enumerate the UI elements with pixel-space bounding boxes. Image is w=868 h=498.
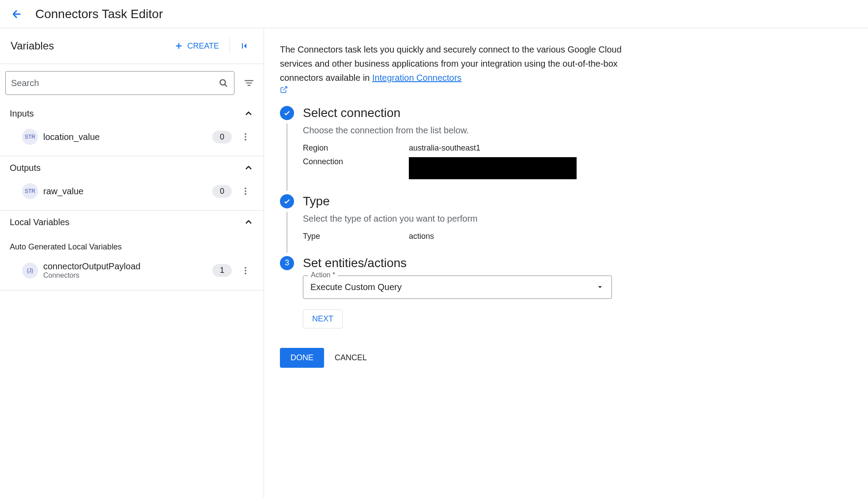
main-content: The Connectors task lets you quickly and… — [264, 28, 868, 498]
done-button[interactable]: DONE — [280, 348, 324, 368]
step-complete-icon — [280, 194, 294, 208]
step-complete-icon — [280, 106, 294, 120]
collapse-left-icon — [239, 41, 249, 51]
create-variable-button[interactable]: CREATE — [169, 38, 224, 54]
variable-more-button[interactable] — [237, 128, 254, 145]
connection-value-redacted — [409, 157, 577, 179]
step-connector-line — [287, 212, 287, 253]
divider — [230, 38, 230, 54]
step-indicator — [280, 106, 294, 191]
variable-item[interactable]: {J} connectorOutputPayload Connectors 1 — [0, 258, 264, 283]
step-title: Select connection — [303, 106, 850, 120]
plus-icon — [174, 41, 184, 51]
variable-item[interactable]: STR raw_value 0 — [0, 179, 264, 203]
region-row: Region australia-southeast1 — [303, 143, 850, 153]
type-label: Type — [303, 232, 409, 241]
variable-name: location_value — [43, 132, 207, 142]
type-value: actions — [409, 232, 434, 241]
filter-list-icon — [243, 77, 255, 89]
svg-point-1 — [245, 133, 246, 135]
check-icon — [283, 197, 291, 205]
svg-point-0 — [220, 80, 226, 85]
local-title: Local Variables — [10, 217, 69, 227]
more-vert-icon — [241, 266, 250, 275]
step-set-entities: 3 Set entities/actions Action * Execute … — [280, 256, 850, 336]
inputs-title: Inputs — [10, 109, 34, 119]
local-section-header[interactable]: Local Variables — [0, 211, 264, 234]
step-description: Select the type of action you want to pe… — [303, 214, 850, 224]
inputs-section: Inputs STR location_value 0 — [0, 102, 264, 156]
variable-subtitle: Connectors — [43, 272, 207, 279]
svg-point-7 — [245, 267, 246, 268]
variable-more-button[interactable] — [237, 262, 254, 279]
outputs-section: Outputs STR raw_value 0 — [0, 156, 264, 211]
region-label: Region — [303, 143, 409, 153]
step-connector-line — [287, 124, 287, 191]
type-badge-str: STR — [22, 129, 38, 145]
variables-header: Variables CREATE — [0, 28, 264, 64]
region-value: australia-southeast1 — [409, 143, 480, 153]
page-title: Connectors Task Editor — [35, 7, 163, 21]
variable-name: raw_value — [43, 186, 207, 196]
cancel-button[interactable]: CANCEL — [335, 353, 367, 362]
top-header: Connectors Task Editor — [0, 0, 868, 28]
step-type: Type Select the type of action you want … — [280, 194, 850, 253]
chevron-up-icon — [243, 217, 254, 227]
dropdown-arrow-icon — [596, 283, 604, 291]
more-vert-icon — [241, 186, 250, 196]
more-vert-icon — [241, 132, 250, 142]
svg-point-2 — [245, 136, 246, 138]
search-icon — [218, 78, 229, 88]
bottom-actions: DONE CANCEL — [280, 348, 850, 368]
step-indicator: 3 — [280, 256, 294, 336]
next-button[interactable]: NEXT — [303, 309, 343, 328]
search-box[interactable] — [5, 71, 234, 95]
usage-count-badge: 1 — [212, 264, 232, 277]
chevron-up-icon — [243, 162, 254, 173]
type-row: Type actions — [303, 232, 850, 241]
action-field-label: Action * — [308, 271, 338, 279]
auto-generated-title: Auto Generated Local Variables — [0, 234, 264, 258]
intro-link-text: Integration Connectors — [372, 73, 461, 83]
search-input[interactable] — [11, 78, 218, 88]
action-select[interactable]: Execute Custom Query — [303, 275, 612, 299]
intro-text: The Connectors task lets you quickly and… — [280, 42, 624, 94]
usage-count-badge: 0 — [212, 185, 232, 198]
integration-connectors-link[interactable]: Integration Connectors — [372, 73, 461, 83]
variable-more-button[interactable] — [237, 183, 254, 200]
variable-item[interactable]: STR location_value 0 — [0, 125, 264, 149]
inputs-section-header[interactable]: Inputs — [0, 102, 264, 125]
external-link-icon — [280, 86, 624, 94]
filter-button[interactable] — [240, 74, 258, 92]
outputs-title: Outputs — [10, 163, 41, 173]
collapse-panel-button[interactable] — [235, 37, 253, 55]
chevron-up-icon — [243, 108, 254, 119]
type-badge-json: {J} — [22, 263, 38, 279]
step-title: Set entities/actions — [303, 256, 850, 270]
svg-point-6 — [245, 193, 246, 195]
step-description: Choose the connection from the list belo… — [303, 125, 850, 136]
svg-point-3 — [245, 139, 246, 141]
variables-panel: Variables CREATE — [0, 28, 264, 498]
outputs-section-header[interactable]: Outputs — [0, 156, 264, 179]
connection-row: Connection — [303, 157, 850, 179]
step-select-connection: Select connection Choose the connection … — [280, 106, 850, 191]
step-indicator — [280, 194, 294, 253]
usage-count-badge: 0 — [212, 131, 232, 143]
svg-point-9 — [245, 272, 246, 274]
check-icon — [283, 109, 291, 117]
type-badge-str: STR — [22, 183, 38, 199]
variable-name: connectorOutputPayload — [43, 261, 207, 272]
svg-point-5 — [245, 190, 246, 192]
action-field: Action * Execute Custom Query — [303, 275, 850, 299]
search-row — [0, 64, 264, 102]
back-arrow-icon[interactable] — [11, 8, 23, 20]
step-title: Type — [303, 194, 850, 208]
local-variables-section: Local Variables Auto Generated Local Var… — [0, 211, 264, 290]
svg-point-4 — [245, 188, 246, 189]
create-label: CREATE — [187, 42, 219, 51]
step-number: 3 — [280, 256, 294, 270]
connection-label: Connection — [303, 157, 409, 179]
svg-point-8 — [245, 270, 246, 272]
variables-title: Variables — [11, 40, 54, 52]
